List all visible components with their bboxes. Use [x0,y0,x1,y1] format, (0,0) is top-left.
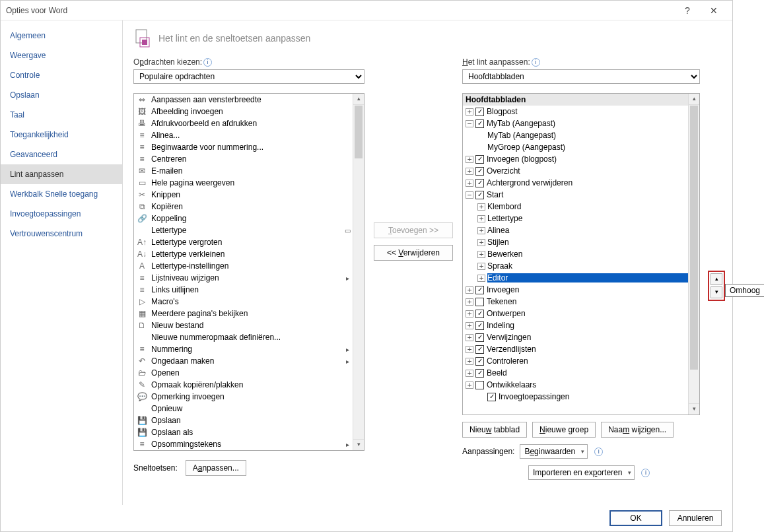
reset-dropdown[interactable]: Beginwaarden [520,444,588,459]
expand-toggle[interactable]: + [466,346,473,353]
expand-toggle[interactable]: + [466,168,473,175]
tree-item[interactable]: +✓Ontwerpen [463,308,688,319]
scroll-thumb[interactable] [690,106,698,370]
tree-item[interactable]: +✓Indeling [463,319,688,331]
command-item[interactable]: 🖶Afdrukvoorbeeld en afdrukken [134,117,353,129]
command-item[interactable]: 💾Opslaan [134,415,353,426]
move-down-button[interactable]: ▾ [711,286,722,298]
command-item[interactable]: ✂Knippen [134,189,353,201]
command-item[interactable]: ALettertype-instellingen [134,260,353,272]
expand-toggle[interactable]: + [477,215,485,222]
scroll-up-icon[interactable]: ▴ [689,94,699,105]
tree-checkbox[interactable]: ✓ [487,393,496,401]
command-item[interactable]: ≡Beginwaarde voor nummering... [134,141,353,153]
expand-toggle[interactable]: + [466,180,473,187]
sidebar-item[interactable]: Toegankelijkheid [1,125,122,145]
tree-checkbox[interactable]: ✓ [475,369,484,378]
sidebar-item[interactable]: Algemeen [1,26,122,46]
command-item[interactable]: Opnieuw [134,403,353,415]
command-item[interactable]: 🗋Nieuw bestand [134,319,353,331]
tree-checkbox[interactable]: ✓ [475,167,484,176]
ok-button[interactable]: OK [609,510,662,526]
scroll-down-icon[interactable]: ▾ [689,403,699,415]
tree-checkbox[interactable]: ✓ [475,108,484,116]
command-item[interactable]: ≡Alinea... [134,129,353,141]
command-item[interactable]: A↓Lettertype verkleinen [134,248,353,260]
command-item[interactable]: ✎Opmaak kopiëren/plakken [134,379,353,391]
command-item[interactable]: ✉E-mailen [134,165,353,177]
commands-listbox[interactable]: ⇔Aanpassen aan vensterbreedte🖼Afbeelding… [133,93,365,451]
tree-item[interactable]: +Editor [463,272,688,284]
add-button[interactable]: Toevoegen >> [374,222,453,238]
command-item[interactable]: Nieuwe nummeropmaak definiëren... [134,331,353,343]
expand-toggle[interactable]: + [466,310,473,317]
expand-toggle[interactable]: + [466,322,473,329]
tree-item[interactable]: +✓Invoegen [463,284,688,296]
tree-checkbox[interactable]: ✓ [475,286,484,294]
ribbon-tree[interactable]: Hoofdtabbladen +✓Blogpost−✓MyTab (Aangep… [462,93,700,415]
move-up-button[interactable]: ▴ [711,273,722,285]
expand-toggle[interactable]: + [466,334,473,341]
command-item[interactable]: ↶Ongedaan maken▸ [134,355,353,367]
tree-item[interactable]: MyTab (Aangepast) [463,129,688,141]
sidebar-item[interactable]: Werkbalk Snelle toegang [1,184,122,204]
expand-toggle[interactable]: + [477,263,485,270]
tree-item[interactable]: +Ontwikkelaars [463,379,688,391]
expand-toggle[interactable]: + [477,239,485,246]
commands-scrollbar[interactable]: ▴ ▾ [353,94,364,450]
help-button[interactable]: ? [674,5,701,16]
scroll-thumb[interactable] [355,106,363,158]
info-icon[interactable]: i [203,58,212,67]
expand-toggle[interactable]: + [466,358,473,365]
sidebar-item[interactable]: Controle [1,65,122,85]
tree-item[interactable]: +✓Overzicht [463,165,688,177]
command-item[interactable]: A↑Lettertype vergroten [134,236,353,248]
tree-item[interactable]: +✓Invoegen (blogpost) [463,153,688,165]
sidebar-item[interactable]: Weergave [1,46,122,65]
tree-item[interactable]: MyGroep (Aangepast) [463,141,688,153]
expand-toggle[interactable]: + [466,370,473,377]
command-item[interactable]: ≡Opsommingstekens▸ [134,438,353,450]
command-item[interactable]: 💾Opslaan als [134,426,353,438]
new-tab-button[interactable]: Nieuw tabblad [462,422,527,438]
tree-item[interactable]: +✓Beeld [463,367,688,379]
tree-checkbox[interactable] [475,298,484,306]
tree-item[interactable]: −✓MyTab (Aangepast) [463,117,688,129]
tree-checkbox[interactable]: ✓ [475,155,484,164]
tree-item[interactable]: ✓Invoegtoepassingen [463,391,688,403]
command-item[interactable]: 🖼Afbeelding invoegen [134,106,353,117]
cancel-button[interactable]: Annuleren [669,510,722,526]
command-item[interactable]: ≡Centreren [134,153,353,165]
customize-shortcuts-button[interactable]: Aanpassen... [186,460,246,476]
command-item[interactable]: 🗁Openen [134,367,353,379]
tree-item[interactable]: +✓Verzendlijsten [463,343,688,355]
tree-checkbox[interactable]: ✓ [475,357,484,366]
tree-item[interactable]: +Stijlen [463,236,688,248]
tree-checkbox[interactable]: ✓ [475,179,484,187]
command-item[interactable]: 🔗Koppeling [134,213,353,224]
info-icon[interactable]: i [594,448,603,456]
tree-checkbox[interactable] [475,381,484,389]
tree-item[interactable]: +Bewerken [463,248,688,260]
command-item[interactable]: ⧉Kopiëren [134,201,353,213]
remove-button[interactable]: << Verwijderen [374,245,453,261]
tree-item[interactable]: +✓Controleren [463,355,688,367]
expand-toggle[interactable]: + [477,275,485,282]
sidebar-item[interactable]: Vertrouwenscentrum [1,224,122,244]
expand-toggle[interactable]: − [466,191,473,199]
command-item[interactable]: ⇔Aanpassen aan vensterbreedte [134,94,353,106]
command-item[interactable]: Lettertype▭ [134,224,353,236]
tree-item[interactable]: +✓Verwijzingen [463,331,688,343]
tree-checkbox[interactable]: ✓ [475,119,484,128]
sidebar-item[interactable]: Invoegtoepassingen [1,204,122,224]
tree-item[interactable]: +✓Blogpost [463,106,688,117]
tree-item[interactable]: +Alinea [463,224,688,236]
tree-scrollbar[interactable]: ▴ ▾ [688,94,699,415]
expand-toggle[interactable]: + [477,227,485,234]
tree-checkbox[interactable]: ✓ [475,345,484,354]
tree-item[interactable]: +Spraak [463,260,688,272]
tree-item[interactable]: +Klembord [463,201,688,213]
expand-toggle[interactable]: + [466,286,473,294]
scroll-down-icon[interactable]: ▾ [353,439,364,450]
import-export-dropdown[interactable]: Importeren en exporteren [528,465,635,480]
